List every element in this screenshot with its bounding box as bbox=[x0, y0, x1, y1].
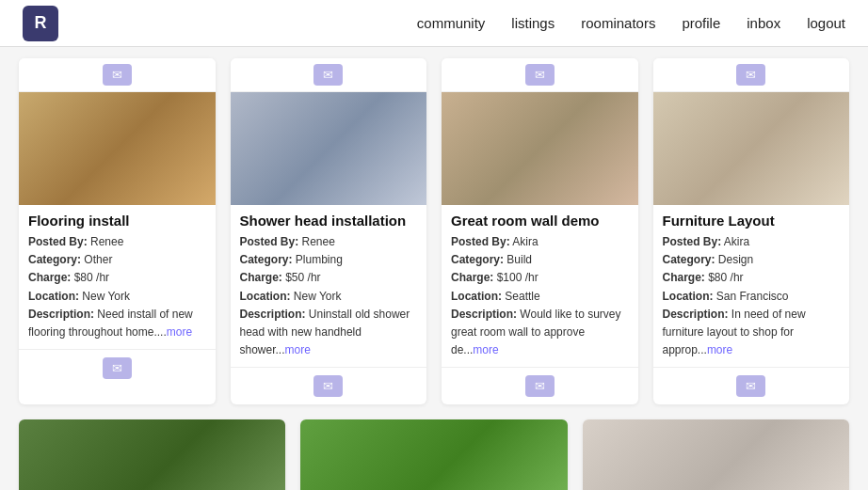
shower-head-message-button[interactable]: ✉ bbox=[313, 64, 343, 86]
flooring-install-message-button-bottom[interactable]: ✉ bbox=[103, 357, 132, 379]
card-backyard-deck: Backyard deck installation bbox=[300, 419, 567, 490]
shower-head-msg-bottom: ✉ bbox=[231, 367, 427, 404]
flooring-install-charge-label: Charge: bbox=[28, 271, 71, 284]
card-furniture-layout: ✉ Furniture Layout Posted By: Akira Cate… bbox=[653, 58, 850, 404]
shower-head-charge-value: $50 /hr bbox=[285, 271, 320, 284]
shower-head-location-value: New York bbox=[294, 290, 342, 303]
flooring-install-more-link[interactable]: more bbox=[167, 325, 192, 339]
flooring-install-posted-value: Renee bbox=[90, 235, 123, 248]
cards-row-1: ✉ Flooring install Posted By: Renee Cate… bbox=[19, 58, 849, 404]
flooring-install-image bbox=[19, 92, 216, 205]
shower-head-title: Shower head installation bbox=[240, 213, 418, 229]
envelope-icon: ✉ bbox=[535, 68, 545, 82]
nav-link-logout[interactable]: logout bbox=[807, 15, 845, 31]
shower-head-posted-value: Renee bbox=[302, 235, 335, 248]
flooring-install-posted-label: Posted By: bbox=[28, 235, 88, 248]
flooring-install-description-label: Description: bbox=[28, 308, 94, 321]
great-room-message-button[interactable]: ✉ bbox=[525, 64, 555, 86]
shower-head-posted-label: Posted By: bbox=[240, 235, 299, 248]
great-room-category-label: Category: bbox=[451, 253, 504, 266]
flooring-install-msg-top: ✉ bbox=[19, 58, 216, 92]
envelope-icon: ✉ bbox=[323, 379, 333, 393]
furniture-layout-charge-label: Charge: bbox=[663, 271, 705, 284]
nav-link-community[interactable]: community bbox=[417, 15, 486, 31]
envelope-icon: ✉ bbox=[746, 68, 756, 82]
great-room-image bbox=[442, 92, 638, 205]
furniture-layout-category-value: Design bbox=[718, 253, 753, 266]
great-room-location-value: Seattle bbox=[505, 290, 539, 303]
furniture-layout-charge-value: $80 /hr bbox=[708, 271, 743, 284]
envelope-icon: ✉ bbox=[112, 361, 122, 375]
great-room-description-label: Description: bbox=[451, 308, 517, 321]
furniture-layout-location-label: Location: bbox=[663, 290, 714, 303]
furniture-layout-details: Posted By: Akira Category: Design Charge… bbox=[663, 233, 841, 359]
shower-head-details: Posted By: Renee Category: Plumbing Char… bbox=[240, 233, 418, 359]
great-room-message-button-bottom[interactable]: ✉ bbox=[525, 375, 555, 397]
furniture-layout-description-label: Description: bbox=[663, 308, 729, 321]
shower-head-description-label: Description: bbox=[240, 308, 306, 321]
flooring-install-location-value: New York bbox=[82, 290, 130, 303]
great-room-details: Posted By: Akira Category: Build Charge:… bbox=[451, 233, 629, 359]
envelope-icon: ✉ bbox=[112, 68, 122, 82]
shower-head-location-label: Location: bbox=[240, 290, 291, 303]
furniture-layout-msg-bottom: ✉ bbox=[653, 367, 850, 404]
logo-box: R bbox=[23, 6, 58, 41]
flooring-install-category-label: Category: bbox=[28, 253, 81, 266]
shower-head-body: Shower head installation Posted By: Rene… bbox=[231, 205, 427, 367]
flooring-install-charge-value: $80 /hr bbox=[74, 271, 109, 284]
card-dimmers-installed: Need dimmers installed bbox=[583, 419, 849, 490]
furniture-layout-posted-value: Akira bbox=[724, 235, 749, 248]
furniture-layout-category-label: Category: bbox=[663, 253, 715, 266]
furniture-layout-message-button-bottom[interactable]: ✉ bbox=[736, 375, 765, 397]
great-room-msg-top: ✉ bbox=[442, 58, 638, 92]
great-room-body: Great room wall demo Posted By: Akira Ca… bbox=[442, 205, 638, 367]
card-great-room: ✉ Great room wall demo Posted By: Akira … bbox=[442, 58, 638, 404]
cards-row-2: Backyard landscaping Backyard deck insta… bbox=[19, 419, 849, 490]
great-room-posted-value: Akira bbox=[512, 235, 538, 248]
card-flooring-install: ✉ Flooring install Posted By: Renee Cate… bbox=[19, 58, 216, 404]
nav-link-profile[interactable]: profile bbox=[682, 15, 720, 31]
nav-links: communitylistingsroominatorsprofileinbox… bbox=[417, 15, 845, 31]
nav-link-roominators[interactable]: roominators bbox=[581, 15, 655, 31]
logo-letter: R bbox=[35, 13, 47, 33]
dimmers-installed-image bbox=[583, 419, 849, 490]
navbar: R communitylistingsroominatorsprofileinb… bbox=[0, 0, 868, 47]
great-room-msg-bottom: ✉ bbox=[442, 367, 638, 404]
backyard-landscaping-image bbox=[19, 419, 285, 490]
envelope-icon: ✉ bbox=[535, 379, 545, 393]
nav-link-listings[interactable]: listings bbox=[511, 15, 555, 31]
backyard-deck-image bbox=[300, 419, 567, 490]
great-room-location-label: Location: bbox=[451, 290, 502, 303]
flooring-install-message-button[interactable]: ✉ bbox=[103, 64, 132, 86]
shower-head-charge-label: Charge: bbox=[240, 271, 282, 284]
furniture-layout-msg-top: ✉ bbox=[653, 58, 850, 92]
furniture-layout-title: Furniture Layout bbox=[663, 213, 841, 229]
great-room-charge-label: Charge: bbox=[451, 271, 493, 284]
shower-head-image bbox=[231, 92, 427, 205]
flooring-install-title: Flooring install bbox=[28, 213, 206, 229]
great-room-charge-value: $100 /hr bbox=[497, 271, 538, 284]
main-content: ✉ Flooring install Posted By: Renee Cate… bbox=[0, 47, 868, 490]
shower-head-category-label: Category: bbox=[240, 253, 293, 266]
logo[interactable]: R bbox=[23, 6, 58, 41]
furniture-layout-more-link[interactable]: more bbox=[707, 343, 732, 356]
flooring-install-category-value: Other bbox=[84, 253, 112, 266]
shower-head-category-value: Plumbing bbox=[296, 253, 343, 266]
nav-link-inbox[interactable]: inbox bbox=[747, 15, 780, 31]
card-shower-head: ✉ Shower head installation Posted By: Re… bbox=[231, 58, 427, 404]
shower-head-msg-top: ✉ bbox=[231, 58, 427, 92]
great-room-category-value: Build bbox=[506, 253, 532, 266]
great-room-posted-label: Posted By: bbox=[451, 235, 510, 248]
furniture-layout-location-value: San Francisco bbox=[716, 290, 789, 303]
flooring-install-msg-bottom: ✉ bbox=[19, 349, 216, 387]
furniture-layout-message-button[interactable]: ✉ bbox=[736, 64, 765, 86]
shower-head-more-link[interactable]: more bbox=[285, 343, 311, 356]
furniture-layout-body: Furniture Layout Posted By: Akira Catego… bbox=[653, 205, 850, 367]
envelope-icon: ✉ bbox=[323, 68, 333, 82]
shower-head-message-button-bottom[interactable]: ✉ bbox=[313, 375, 343, 397]
flooring-install-details: Posted By: Renee Category: Other Charge:… bbox=[28, 233, 206, 341]
great-room-more-link[interactable]: more bbox=[473, 343, 498, 356]
furniture-layout-image bbox=[653, 92, 850, 205]
flooring-install-location-label: Location: bbox=[28, 290, 79, 303]
envelope-icon: ✉ bbox=[746, 379, 756, 393]
